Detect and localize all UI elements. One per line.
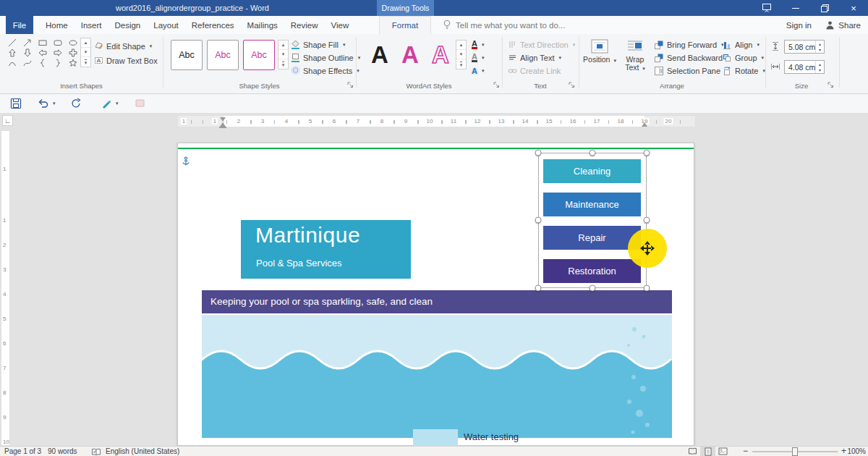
wordart-preset-3[interactable]: A bbox=[427, 38, 454, 72]
zoom-slider[interactable] bbox=[752, 451, 838, 452]
ribbon-display-options-button[interactable] bbox=[752, 0, 781, 16]
word-count[interactable]: 90 words bbox=[48, 447, 77, 456]
shape-style-preset-1[interactable]: Abc bbox=[171, 40, 203, 70]
shape-oval-icon[interactable] bbox=[65, 38, 80, 48]
draw-text-box-button[interactable]: Draw Text Box bbox=[94, 54, 158, 67]
shape-styles-scroll-up-button[interactable]: ▴ bbox=[278, 41, 288, 50]
format-tool-button[interactable] bbox=[135, 98, 145, 109]
left-indent-marker[interactable] bbox=[219, 127, 226, 128]
selection-handle[interactable] bbox=[644, 285, 650, 292]
shape-right-arrow-icon[interactable] bbox=[50, 48, 65, 58]
zoom-level[interactable]: 100% bbox=[847, 447, 866, 456]
horizontal-ruler[interactable]: 11234567891011121314151617181920 bbox=[177, 115, 696, 127]
logo-text-box[interactable]: Martinique Pool & Spa Services bbox=[241, 220, 411, 279]
vertical-ruler[interactable]: 112345678910 bbox=[1, 130, 10, 446]
tab-review[interactable]: Review bbox=[284, 16, 325, 34]
wordart-more-button[interactable]: ▾ bbox=[456, 59, 466, 69]
selection-handle[interactable] bbox=[644, 150, 650, 156]
shape-button-cleaning[interactable]: Cleaning bbox=[543, 159, 641, 183]
first-line-indent-marker[interactable] bbox=[220, 117, 226, 122]
shape-outline-button[interactable]: Shape Outline▾ bbox=[291, 51, 360, 64]
selection-handle[interactable] bbox=[535, 150, 542, 156]
shape-left-brace-icon[interactable] bbox=[35, 58, 50, 68]
minimize-button[interactable] bbox=[781, 0, 810, 16]
rotate-button[interactable]: Rotate▾ bbox=[722, 64, 765, 77]
tab-home[interactable]: Home bbox=[39, 16, 75, 34]
wordart-preset-1[interactable]: A bbox=[366, 38, 393, 72]
shape-style-preset-2[interactable]: Abc bbox=[207, 40, 239, 70]
tab-stop-selector[interactable]: ∟ bbox=[2, 115, 13, 126]
align-text-button[interactable]: Align Text▾ bbox=[508, 51, 561, 64]
shape-styles-more-button[interactable]: ▾ bbox=[278, 59, 288, 69]
shape-button-repair[interactable]: Repair bbox=[543, 226, 641, 250]
shape-plus-icon[interactable] bbox=[65, 48, 80, 58]
width-increase-button[interactable]: ▴ bbox=[816, 61, 824, 67]
create-link-button[interactable]: Create Link bbox=[508, 64, 561, 77]
selection-handle[interactable] bbox=[644, 217, 650, 224]
position-button[interactable]: Position ▾ bbox=[583, 36, 616, 80]
align-button[interactable]: Align▾ bbox=[722, 38, 760, 51]
share-button[interactable]: Share bbox=[825, 16, 861, 34]
sign-in-link[interactable]: Sign in bbox=[786, 16, 812, 34]
height-increase-button[interactable]: ▴ bbox=[816, 41, 824, 47]
shape-width-field[interactable]: 4.08 cm ▴ ▾ bbox=[784, 60, 825, 74]
wordart-scroll-up-button[interactable]: ▴ bbox=[456, 41, 466, 50]
redo-button[interactable] bbox=[71, 98, 82, 109]
shape-arrow-icon[interactable] bbox=[20, 38, 35, 48]
shapes-scroll-down-button[interactable]: ▾ bbox=[81, 48, 90, 57]
height-decrease-button[interactable]: ▾ bbox=[816, 47, 824, 54]
tab-insert[interactable]: Insert bbox=[75, 16, 109, 34]
shape-style-preset-3[interactable]: Abc bbox=[243, 40, 275, 70]
drawing-tools-contextual-tab[interactable]: Drawing Tools bbox=[377, 0, 434, 16]
tab-design[interactable]: Design bbox=[108, 16, 147, 34]
bring-forward-button[interactable]: Bring Forward▾ bbox=[654, 38, 724, 51]
send-backward-button[interactable]: Send Backward▾ bbox=[654, 51, 730, 64]
text-direction-button[interactable]: Text Direction▾ bbox=[508, 38, 575, 51]
shape-down-arrow-icon[interactable] bbox=[20, 48, 35, 58]
selection-handle[interactable] bbox=[590, 285, 596, 292]
shape-right-brace-icon[interactable] bbox=[50, 58, 65, 68]
shapes-more-button[interactable]: ▾ bbox=[81, 57, 90, 67]
width-decrease-button[interactable]: ▾ bbox=[816, 67, 824, 74]
shape-height-field[interactable]: 5.08 cm ▴ ▾ bbox=[784, 40, 825, 54]
tagline-banner[interactable]: Keeping your pool or spa sparkling, safe… bbox=[202, 290, 672, 313]
selection-pane-button[interactable]: Selection Pane bbox=[654, 64, 720, 77]
tab-file[interactable]: File bbox=[6, 16, 33, 34]
tell-me-box[interactable]: Tell me what you want to do... bbox=[443, 16, 566, 34]
save-button[interactable] bbox=[10, 98, 22, 109]
selection-handle[interactable] bbox=[535, 285, 542, 292]
shape-rounded-rectangle-icon[interactable] bbox=[50, 38, 65, 48]
read-mode-button[interactable] bbox=[685, 447, 700, 456]
language-indicator[interactable]: English (United States) bbox=[106, 447, 179, 456]
tab-format-active[interactable]: Format bbox=[379, 16, 431, 34]
group-button[interactable]: Group▾ bbox=[722, 51, 764, 64]
print-layout-button[interactable] bbox=[700, 447, 715, 456]
text-effects-button[interactable]: A▾ bbox=[472, 64, 484, 77]
shape-left-arrow-icon[interactable] bbox=[35, 48, 50, 58]
water-graphic[interactable] bbox=[202, 315, 672, 438]
shape-effects-button[interactable]: Shape Effects▾ bbox=[291, 64, 359, 77]
tab-layout[interactable]: Layout bbox=[147, 16, 185, 34]
ink-pen-button[interactable]: ▾ bbox=[101, 98, 119, 109]
selection-handle[interactable] bbox=[535, 217, 542, 224]
shape-star-icon[interactable] bbox=[65, 58, 80, 68]
text-outline-button[interactable]: A▾ bbox=[472, 51, 484, 64]
shape-line-icon[interactable] bbox=[4, 38, 20, 48]
undo-button[interactable]: ▾ bbox=[38, 98, 56, 109]
tab-view[interactable]: View bbox=[325, 16, 356, 34]
ink-dropdown-arrow[interactable]: ▾ bbox=[116, 101, 119, 106]
proofing-icon[interactable] bbox=[91, 448, 101, 456]
shape-curve-icon[interactable] bbox=[20, 58, 35, 68]
zoom-out-button[interactable]: − bbox=[743, 447, 748, 456]
document-page[interactable]: Martinique Pool & Spa Services Cleaning … bbox=[177, 143, 694, 446]
wordart-scroll-down-button[interactable]: ▾ bbox=[456, 50, 466, 59]
text-fill-button[interactable]: A▾ bbox=[472, 38, 484, 51]
edit-shape-button[interactable]: Edit Shape▾ bbox=[94, 40, 152, 52]
undo-dropdown-arrow[interactable]: ▾ bbox=[53, 101, 56, 106]
shape-fill-button[interactable]: Shape Fill▾ bbox=[291, 38, 345, 51]
wordart-preset-2[interactable]: A bbox=[396, 38, 424, 72]
restore-button[interactable] bbox=[810, 0, 839, 16]
shapes-scroll-up-button[interactable]: ▴ bbox=[81, 38, 90, 48]
page-indicator[interactable]: Page 1 of 3 bbox=[4, 447, 41, 456]
wrap-text-button[interactable]: Wrap Text ▾ bbox=[619, 36, 651, 80]
